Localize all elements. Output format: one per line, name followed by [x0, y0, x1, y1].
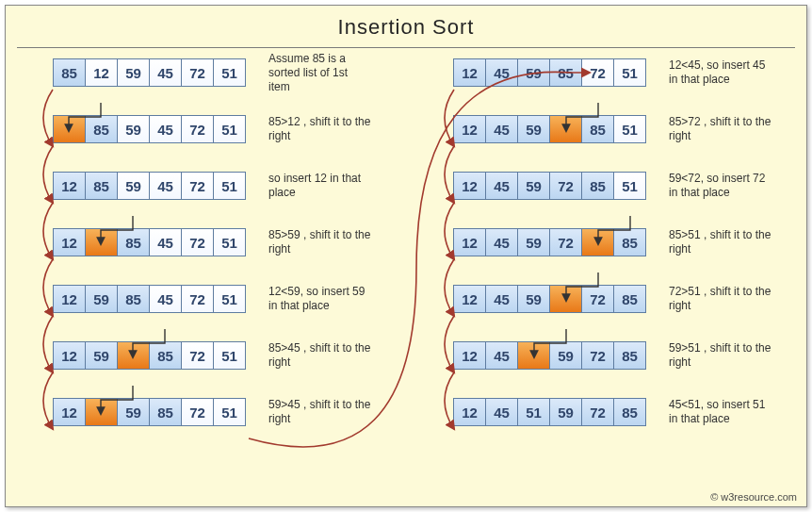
array-cell: 85 — [549, 58, 582, 87]
array-cell: 59 — [517, 285, 550, 313]
array-cell: 51 — [213, 228, 246, 256]
step-desc: 72>51 , shift it to the right — [669, 285, 772, 313]
array-cells: 1245597285 — [453, 341, 646, 370]
step-desc: 85>59 , shift it to the right — [268, 228, 372, 256]
step-row: 12455985725112<45, so insert 45 in that … — [453, 58, 806, 88]
array-cell: 45 — [485, 115, 518, 143]
step-row: 128559457251so insert 12 in that place — [53, 171, 406, 201]
array-cell: 45 — [485, 172, 518, 200]
array-cells: 1245597285 — [453, 228, 646, 256]
array-cells: 851259457251 — [53, 58, 246, 87]
array-cells: 124559857251 — [453, 58, 646, 87]
array-cell: 72 — [581, 58, 614, 87]
array-cell: 85 — [149, 341, 182, 370]
array-cell: 72 — [581, 398, 614, 426]
array-cell: 12 — [453, 398, 486, 426]
array-cell: 85 — [85, 172, 118, 200]
step-desc: 85>51 , shift it to the right — [669, 228, 772, 256]
array-cell: 45 — [149, 115, 182, 143]
array-cell: 45 — [485, 285, 518, 313]
array-cells: 1259857251 — [53, 398, 246, 426]
left-column: 851259457251Assume 85 is a sorted list o… — [6, 58, 406, 454]
array-cell — [53, 115, 86, 143]
step-row: 851259457251Assume 85 is a sorted list o… — [53, 58, 406, 88]
step-row: 855945725185>12 , shift it to the right — [53, 114, 406, 144]
array-cell: 51 — [213, 285, 246, 313]
array-cell: 12 — [85, 58, 118, 87]
array-cell: 12 — [453, 285, 486, 313]
array-cell: 85 — [117, 228, 150, 256]
columns: 851259457251Assume 85 is a sorted list o… — [6, 52, 806, 454]
step-row: 124559855185>72 , shift it to the right — [453, 114, 806, 144]
array-cell: 72 — [581, 341, 614, 370]
step-desc: 85>45 , shift it to the right — [268, 341, 372, 370]
array-cell: 59 — [85, 341, 118, 370]
array-cell: 85 — [581, 115, 614, 143]
array-cell — [85, 398, 118, 426]
array-cell: 51 — [613, 115, 646, 143]
diagram-frame: Insertion Sort 851259457251Assume 85 is … — [5, 5, 807, 507]
array-cell: 45 — [149, 228, 182, 256]
array-cell: 85 — [613, 398, 646, 426]
step-desc: 12<45, so insert 45 in that place — [669, 58, 772, 87]
array-cell: 12 — [453, 115, 486, 143]
array-cell: 72 — [181, 115, 214, 143]
array-cells: 1245597285 — [453, 285, 646, 313]
array-cell: 45 — [485, 341, 518, 370]
array-cell: 51 — [213, 341, 246, 370]
array-cell: 12 — [453, 341, 486, 370]
array-cell: 12 — [53, 285, 86, 313]
step-row: 125985725159>45 , shift it to the right — [53, 397, 406, 427]
array-cell: 72 — [181, 228, 214, 256]
step-row: 125985725185>45 , shift it to the right — [53, 340, 406, 371]
array-cell: 72 — [181, 341, 214, 370]
array-cell: 45 — [149, 58, 182, 87]
array-cell: 85 — [117, 285, 150, 313]
array-cell: 59 — [117, 172, 150, 200]
array-cell: 72 — [549, 228, 582, 256]
array-cell: 59 — [517, 172, 550, 200]
array-cell: 51 — [213, 172, 246, 200]
array-cells: 1259857251 — [53, 341, 246, 370]
array-cell: 72 — [581, 285, 614, 313]
step-desc: 85>72 , shift it to the right — [669, 115, 772, 143]
array-cell — [549, 285, 582, 313]
array-cell: 85 — [613, 228, 646, 256]
step-desc: 85>12 , shift it to the right — [268, 115, 372, 143]
array-cell: 85 — [53, 58, 86, 87]
step-row: 12455159728545<51, so insert 51 in that … — [453, 397, 806, 427]
divider — [17, 47, 795, 48]
step-row: 124559728559>51 , shift it to the right — [453, 340, 806, 371]
array-cell: 51 — [613, 172, 646, 200]
array-cell: 59 — [517, 228, 550, 256]
array-cell: 12 — [453, 172, 486, 200]
array-cell: 59 — [85, 285, 118, 313]
array-cell: 59 — [517, 115, 550, 143]
array-cell: 85 — [85, 115, 118, 143]
credit: © w3resource.com — [710, 491, 797, 503]
array-cell: 51 — [213, 398, 246, 426]
array-cell: 85 — [613, 341, 646, 370]
array-cells: 125985457251 — [53, 285, 246, 313]
array-cell: 12 — [453, 228, 486, 256]
array-cell: 59 — [117, 398, 150, 426]
array-cell — [85, 228, 118, 256]
step-desc: Assume 85 is a sorted list of 1st item — [268, 52, 372, 94]
array-cell: 85 — [149, 398, 182, 426]
array-cell: 72 — [181, 172, 214, 200]
step-desc: 59>45 , shift it to the right — [268, 398, 372, 426]
array-cell: 59 — [117, 58, 150, 87]
step-row: 12598545725112<59, so insert 59 in that … — [53, 284, 406, 314]
array-cell: 12 — [53, 398, 86, 426]
array-cell: 12 — [53, 228, 86, 256]
array-cell: 72 — [549, 172, 582, 200]
array-cell: 59 — [549, 341, 582, 370]
step-desc: 45<51, so insert 51 in that place — [669, 398, 772, 426]
array-cell: 45 — [485, 58, 518, 87]
step-desc: so insert 12 in that place — [268, 172, 372, 200]
array-cell: 45 — [149, 285, 182, 313]
step-row: 12455972855159<72, so insert 72 in that … — [453, 171, 806, 201]
array-cell: 51 — [213, 115, 246, 143]
array-cells: 8559457251 — [53, 115, 246, 143]
array-cell: 45 — [485, 228, 518, 256]
